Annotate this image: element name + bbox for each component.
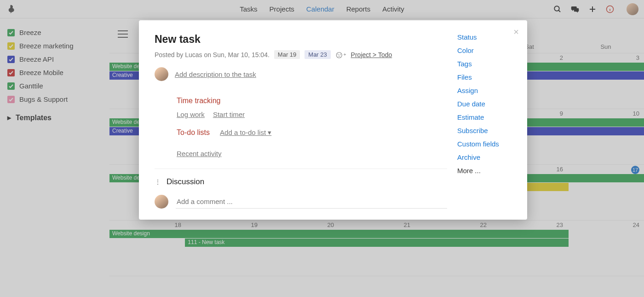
svg-point-7 <box>336 52 342 58</box>
commenter-avatar <box>155 195 168 209</box>
add-todo-list-link[interactable]: Add a to-do list ▾ <box>220 128 271 137</box>
modal-actions-list: StatusColorTagsFilesAssignDue dateEstima… <box>457 33 512 175</box>
modal-action-files[interactable]: Files <box>457 73 512 81</box>
modal-action-subscribe[interactable]: Subscribe <box>457 127 512 134</box>
new-task-modal: × New task Posted by Lucas on Sun, Mar 1… <box>139 20 527 220</box>
svg-point-8 <box>338 54 338 54</box>
modal-action-status[interactable]: Status <box>457 33 512 41</box>
discussion-heading: Discussion <box>167 177 204 186</box>
author-avatar <box>155 67 168 81</box>
comment-input[interactable] <box>176 195 447 209</box>
add-description-link[interactable]: Add description to the task <box>175 70 256 78</box>
log-work-link[interactable]: Log work <box>177 111 205 118</box>
modal-meta: Posted by Lucas on Sun, Mar 10, 15:04. M… <box>155 50 447 59</box>
comment-row <box>155 195 447 209</box>
modal-action-assign[interactable]: Assign <box>457 87 512 94</box>
close-icon[interactable]: × <box>513 27 519 37</box>
chevron-down-icon: ▾ <box>268 128 271 136</box>
posted-text: Posted by Lucas on Sun, Mar 10, 15:04. <box>155 51 270 58</box>
time-tracking-heading: Time tracking <box>177 97 447 105</box>
drag-handle-icon[interactable]: ⋮ <box>155 178 161 186</box>
breadcrumb[interactable]: Project > Todo <box>351 51 392 58</box>
todo-lists-heading: To-do lists <box>177 128 210 137</box>
modal-sidebar: StatusColorTagsFilesAssignDue dateEstima… <box>447 33 512 209</box>
recent-activity-link[interactable]: Recent activity <box>177 150 222 157</box>
start-date-chip[interactable]: Mar 19 <box>274 50 300 59</box>
modal-action-due-date[interactable]: Due date <box>457 100 512 108</box>
modal-action-estimate[interactable]: Estimate <box>457 113 512 121</box>
modal-action-more[interactable]: More ... <box>457 167 512 175</box>
modal-action-color[interactable]: Color <box>457 47 512 54</box>
modal-action-tags[interactable]: Tags <box>457 60 512 68</box>
reaction-icon[interactable]: + <box>335 51 346 59</box>
svg-point-9 <box>340 54 340 54</box>
modal-main: New task Posted by Lucas on Sun, Mar 10,… <box>155 33 447 209</box>
description-row: Add description to the task <box>155 67 447 81</box>
modal-action-custom-fields[interactable]: Custom fields <box>457 140 512 148</box>
time-tracking-actions: Log work Start timer <box>177 111 447 118</box>
divider <box>155 169 447 169</box>
modal-action-archive[interactable]: Archive <box>457 153 512 161</box>
end-date-chip[interactable]: Mar 23 <box>305 50 330 59</box>
modal-title: New task <box>155 33 447 46</box>
start-timer-link[interactable]: Start timer <box>213 111 245 118</box>
discussion-heading-row: ⋮ Discussion <box>155 177 447 186</box>
